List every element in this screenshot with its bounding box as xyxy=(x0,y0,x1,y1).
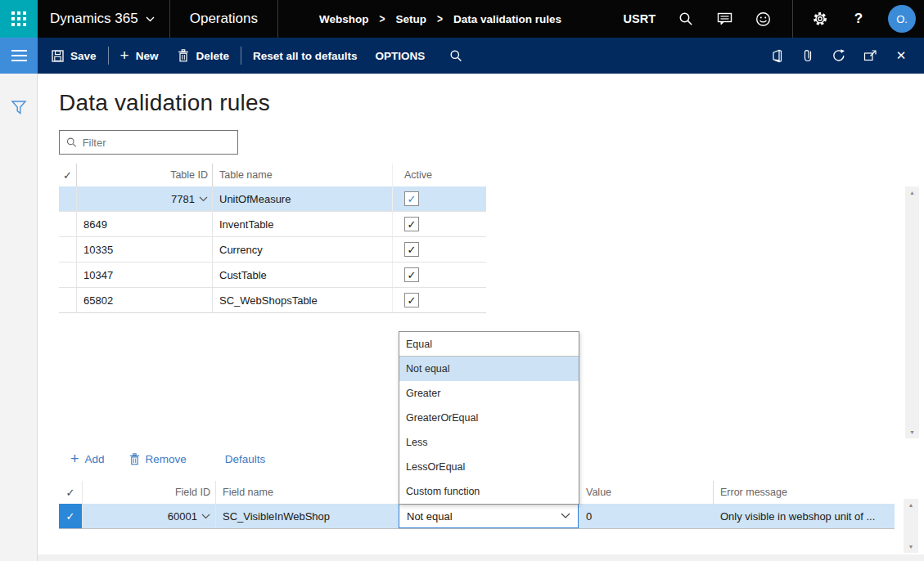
table-id-cell[interactable]: 10335 xyxy=(77,237,213,262)
table-row[interactable]: 7781 UnitOfMeasure ✓ xyxy=(59,186,486,212)
dropdown-option-greater[interactable]: Greater xyxy=(399,381,579,406)
breadcrumb-item-setup[interactable]: Setup xyxy=(395,13,426,25)
table-row[interactable]: 65802 SC_WebShopsTable ✓ xyxy=(59,288,486,313)
operator-dropdown-list: Equal Not equal Greater GreaterOrEqual L… xyxy=(399,331,579,505)
table-name-cell[interactable]: UnitOfMeasure xyxy=(213,186,393,211)
add-button[interactable]: + Add xyxy=(70,451,105,468)
field-row[interactable]: ✓ 60001 SC_VisibleInWebShop Not equal 0 … xyxy=(59,504,895,529)
breadcrumb-separator-icon: > xyxy=(379,11,385,26)
nav-menu-button[interactable] xyxy=(0,38,38,74)
row-selected-indicator[interactable]: ✓ xyxy=(59,504,83,528)
chevron-down-icon xyxy=(201,514,210,519)
delete-button[interactable]: Delete xyxy=(178,49,229,62)
column-header-value[interactable]: Value xyxy=(579,481,714,504)
office-icon xyxy=(770,49,783,63)
operator-combobox[interactable]: Not equal xyxy=(399,504,579,528)
horizontal-scrollbar[interactable] xyxy=(38,554,924,561)
row-select-cell[interactable] xyxy=(59,288,77,312)
office-apps-button[interactable] xyxy=(768,47,785,64)
gear-icon xyxy=(812,11,828,27)
active-checkbox[interactable]: ✓ xyxy=(404,217,419,231)
chevron-down-icon xyxy=(561,513,570,519)
active-checkbox[interactable]: ✓ xyxy=(404,293,419,307)
active-checkbox[interactable]: ✓ xyxy=(404,191,419,206)
column-header-table-name[interactable]: Table name xyxy=(213,164,393,186)
checkmark-icon: ✓ xyxy=(408,294,417,307)
plus-icon: + xyxy=(70,451,79,468)
table-name-cell[interactable]: InventTable xyxy=(213,212,393,236)
column-header-field-name[interactable]: Field name xyxy=(216,481,399,504)
save-button[interactable]: Save xyxy=(52,50,97,62)
page-title: Data validation rules xyxy=(59,90,270,116)
sentiment-button[interactable] xyxy=(754,10,772,28)
filter-field[interactable] xyxy=(59,130,238,155)
table-row[interactable]: 10335 Currency ✓ xyxy=(59,237,486,263)
scroll-up-icon[interactable]: ▲ xyxy=(909,186,915,199)
column-header-table-id[interactable]: Table ID xyxy=(77,164,213,186)
scroll-down-icon[interactable]: ▼ xyxy=(909,426,915,438)
dropdown-option-less-or-equal[interactable]: LessOrEqual xyxy=(399,455,579,479)
attachments-button[interactable] xyxy=(800,47,816,64)
dropdown-option-custom-function[interactable]: Custom function xyxy=(399,479,579,504)
close-button[interactable]: ✕ xyxy=(893,47,909,64)
search-button[interactable] xyxy=(677,10,695,28)
settings-button[interactable] xyxy=(811,10,829,28)
scroll-down-icon[interactable]: ▼ xyxy=(908,541,914,553)
company-selector[interactable]: USRT xyxy=(624,12,656,25)
help-button[interactable]: ? xyxy=(850,10,868,28)
open-in-new-window-button[interactable] xyxy=(862,47,878,64)
table-row[interactable]: 10347 CustTable ✓ xyxy=(59,263,486,288)
app-name-menu[interactable]: Dynamics 365 xyxy=(38,11,169,27)
breadcrumb-item-current[interactable]: Data validation rules xyxy=(453,13,561,25)
active-checkbox[interactable]: ✓ xyxy=(404,242,419,257)
table-id-combobox[interactable]: 7781 xyxy=(77,186,213,211)
app-name: Dynamics 365 xyxy=(50,11,138,27)
left-navigation-rail xyxy=(0,74,38,561)
error-message-cell[interactable]: Only visible in webshop unit of ... xyxy=(714,504,895,528)
refresh-button[interactable] xyxy=(831,47,847,64)
remove-button[interactable]: Remove xyxy=(129,453,187,465)
row-select-cell[interactable] xyxy=(59,263,77,287)
dropdown-option-equal[interactable]: Equal xyxy=(399,332,579,357)
column-header-field-id[interactable]: Field ID xyxy=(83,481,216,504)
checkmark-icon: ✓ xyxy=(408,244,417,256)
table-name-cell[interactable]: CustTable xyxy=(213,263,393,287)
feedback-button[interactable] xyxy=(715,10,733,28)
column-header-active[interactable]: Active xyxy=(393,164,486,186)
table-name-cell[interactable]: SC_WebShopsTable xyxy=(213,288,393,312)
user-avatar[interactable]: O. xyxy=(888,5,916,33)
table-id-cell[interactable]: 8649 xyxy=(77,212,213,236)
dropdown-option-less[interactable]: Less xyxy=(399,430,579,455)
app-launcher-button[interactable] xyxy=(0,0,38,38)
field-id-combobox[interactable]: 60001 xyxy=(83,504,216,528)
row-select-cell[interactable] xyxy=(59,212,77,236)
plus-icon: + xyxy=(120,50,129,61)
reset-defaults-button[interactable]: Reset all to defaults xyxy=(253,50,358,62)
row-select-cell[interactable] xyxy=(59,186,77,211)
scroll-up-icon[interactable]: ▲ xyxy=(908,499,914,511)
table-row[interactable]: 8649 InventTable ✓ xyxy=(59,212,486,237)
dropdown-option-greater-or-equal[interactable]: GreaterOrEqual xyxy=(399,406,579,430)
commandbar-right-icons: ✕ xyxy=(768,47,924,64)
options-menu[interactable]: OPTIONS xyxy=(375,50,425,62)
breadcrumb-item-webshop[interactable]: Webshop xyxy=(319,13,369,25)
value-cell[interactable]: 0 xyxy=(579,504,714,528)
select-all-icon[interactable]: ✓ xyxy=(66,487,75,499)
filter-input[interactable] xyxy=(83,137,231,149)
table-name-cell[interactable]: Currency xyxy=(213,237,393,262)
filter-pane-button[interactable] xyxy=(11,100,27,115)
active-checkbox[interactable]: ✓ xyxy=(404,267,419,282)
table-id-cell[interactable]: 65802 xyxy=(77,288,213,312)
vertical-scrollbar-fields-grid[interactable]: ▲ ▼ xyxy=(904,499,918,553)
commandbar-search-button[interactable] xyxy=(449,49,462,62)
new-button[interactable]: + New xyxy=(120,50,159,62)
field-name-cell[interactable]: SC_VisibleInWebShop xyxy=(216,504,399,528)
select-all-icon[interactable]: ✓ xyxy=(63,169,72,182)
table-id-cell[interactable]: 10347 xyxy=(77,263,213,287)
vertical-scrollbar-main[interactable]: ▲ ▼ xyxy=(905,186,919,438)
defaults-button[interactable]: Defaults xyxy=(225,453,266,465)
feedback-icon xyxy=(717,11,732,26)
row-select-cell[interactable] xyxy=(59,237,77,262)
dropdown-option-not-equal[interactable]: Not equal xyxy=(399,357,579,381)
column-header-error-message[interactable]: Error message xyxy=(714,481,895,504)
